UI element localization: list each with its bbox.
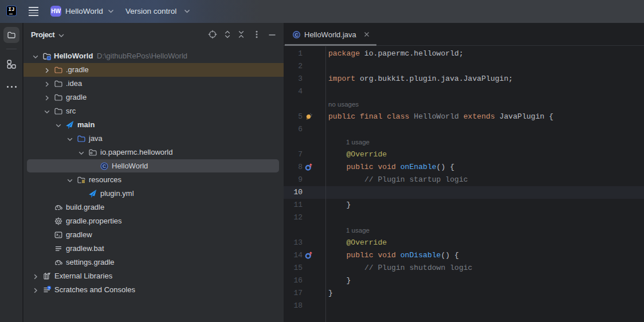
svg-text:C: C (294, 32, 298, 38)
svg-text:C: C (103, 163, 107, 169)
